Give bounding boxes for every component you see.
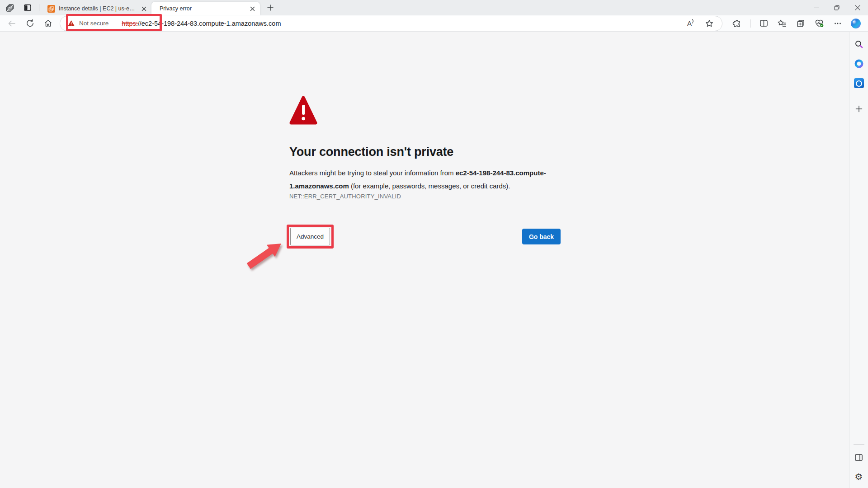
refresh-icon[interactable] — [21, 17, 39, 30]
tab-privacy-error[interactable]: Privacy error — [151, 2, 260, 15]
error-code: NET::ERR_CERT_AUTHORITY_INVALID — [289, 193, 401, 200]
warning-triangle-icon — [289, 95, 317, 127]
microsoft365-copilot-icon[interactable] — [852, 57, 866, 70]
url-text[interactable]: https://ec2-54-198-244-83.compute-1.amaz… — [122, 20, 281, 27]
tab-title: Instance details | EC2 | us-east-1 — [59, 5, 136, 12]
tab-close-icon[interactable] — [140, 5, 148, 13]
home-icon[interactable] — [39, 17, 57, 30]
tab-actions-menu-icon[interactable] — [21, 2, 34, 14]
minimize-button[interactable] — [806, 0, 826, 15]
ec2-favicon-icon — [47, 5, 55, 13]
tab-bar: Instance details | EC2 | us-east-1 Priva… — [0, 0, 868, 15]
edge-sidebar: ⚙ — [849, 32, 868, 488]
tab-title: Privacy error — [160, 5, 245, 12]
toolbar-divider — [750, 19, 750, 28]
settings-more-icon[interactable] — [832, 18, 843, 29]
favorites-list-icon[interactable] — [777, 18, 788, 29]
split-screen-icon[interactable] — [758, 18, 769, 29]
new-tab-icon[interactable] — [264, 2, 276, 14]
annotation-arrow — [243, 238, 286, 273]
sidebar-divider — [854, 96, 864, 96]
url-scheme-struck: https: — [122, 20, 137, 27]
toolbar-right-icons — [727, 18, 863, 29]
browser-essentials-icon[interactable] — [814, 18, 825, 29]
browser-window: Instance details | EC2 | us-east-1 Priva… — [0, 0, 868, 488]
read-aloud-icon[interactable]: A — [687, 20, 695, 27]
pill-divider — [116, 20, 116, 27]
sidebar-divider — [854, 444, 864, 445]
favorite-star-icon[interactable] — [704, 18, 715, 29]
tabbar-divider — [39, 4, 39, 11]
error-description: Attackers might be trying to steal your … — [289, 166, 570, 192]
advanced-button[interactable]: Advanced — [290, 228, 330, 245]
outlook-icon[interactable] — [852, 76, 866, 90]
extensions-icon[interactable] — [731, 18, 742, 29]
address-bar[interactable]: Not secure https://ec2-54-198-244-83.com… — [60, 16, 722, 31]
sidebar-settings-gear-icon[interactable]: ⚙ — [852, 470, 866, 483]
restore-button[interactable] — [826, 0, 847, 15]
sidebar-panel-toggle-icon[interactable] — [852, 450, 866, 464]
search-icon[interactable] — [852, 38, 866, 51]
tab-instance-details[interactable]: Instance details | EC2 | us-east-1 — [43, 3, 151, 14]
workspaces-icon[interactable] — [4, 2, 17, 14]
url-host: //ec2-54-198-244-83.compute-1.amazonaws.… — [138, 20, 281, 27]
not-secure-label[interactable]: Not secure — [79, 20, 108, 27]
go-back-button[interactable]: Go back — [522, 229, 561, 244]
page-content: Your connection isn't private Attackers … — [0, 32, 849, 488]
close-window-button[interactable] — [847, 0, 868, 15]
navigation-toolbar: Not secure https://ec2-54-198-244-83.com… — [0, 15, 868, 32]
back-icon[interactable] — [3, 17, 21, 30]
copilot-icon[interactable] — [851, 19, 861, 28]
error-heading: Your connection isn't private — [289, 145, 453, 159]
tab-close-icon[interactable] — [248, 5, 256, 13]
not-secure-warning-icon[interactable] — [67, 20, 75, 27]
sidebar-add-icon[interactable] — [852, 102, 866, 116]
collections-icon[interactable] — [795, 18, 806, 29]
window-controls — [806, 0, 868, 15]
